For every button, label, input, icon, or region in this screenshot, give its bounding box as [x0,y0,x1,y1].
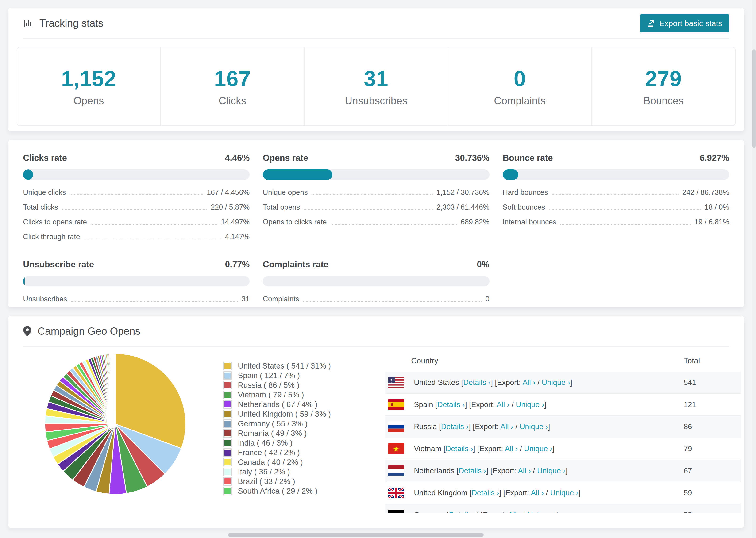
detail-value: 31 [242,295,249,303]
country-cell: United States [Details ›] [Export: All ›… [414,378,684,387]
horizontal-scrollbar-thumb[interactable] [228,533,484,537]
legend-swatch-icon [223,381,232,389]
detail-value: 689.82% [460,218,489,226]
export-unique-link[interactable]: Unique › [550,488,578,497]
geo-legend: United States ( 541 / 31% )Spain ( 121 /… [223,361,331,496]
rate-detail-row: Soft bounces18 / 0% [503,203,729,211]
dotted-leader [549,209,701,210]
rate-value: 4.46% [225,153,249,163]
table-row-de: Germany [Details ›] [Export: All › / Uni… [385,504,741,512]
stat-value: 279 [645,67,682,91]
rate-title: Clicks rate [23,153,67,163]
flag-de-icon [388,510,404,513]
legend-swatch-icon [223,362,232,370]
legend-swatch-icon [223,419,232,428]
legend-item: Vietnam ( 79 / 5% ) [223,390,331,400]
legend-item: United Kingdom ( 59 / 3% ) [223,409,331,419]
details-link[interactable]: Details › [446,444,473,453]
legend-swatch-icon [223,458,232,466]
vertical-scrollbar-thumb[interactable] [752,49,756,148]
detail-label: Click through rate [23,233,80,241]
details-link[interactable]: Details › [459,466,486,475]
dotted-leader [311,194,433,195]
geo-pie-chart [38,347,193,501]
table-row-us: United States [Details ›] [Export: All ›… [385,372,741,394]
detail-label: Opens to clicks rate [263,218,327,226]
legend-swatch-icon [223,410,232,418]
rate-detail-row: Unique clicks167 / 4.456% [23,188,249,197]
detail-value: 0 [485,295,489,303]
export-unique-link[interactable]: Unique › [519,422,548,431]
export-unique-link[interactable]: Unique › [524,444,553,453]
table-row-ru: Russia [Details ›] [Export: All › / Uniq… [385,416,741,438]
detail-label: Internal bounces [503,218,557,226]
rate-title: Unsubscribe rate [23,260,94,269]
legend-item: Italy ( 36 / 2% ) [223,467,331,476]
legend-item: France ( 42 / 2% ) [223,448,331,457]
export-all-link[interactable]: All › [500,422,513,431]
rate-progress-fill [263,170,333,180]
detail-label: Unique opens [263,188,307,197]
dotted-leader [304,209,433,210]
total-column-header: Total [684,356,741,365]
export-all-link[interactable]: All › [522,378,535,387]
rate-progress-track [263,170,489,180]
detail-value: 220 / 5.87% [211,203,249,211]
legend-item: South Africa ( 29 / 2% ) [223,486,331,496]
details-link[interactable]: Details › [449,511,476,512]
details-link[interactable]: Details › [463,378,491,387]
detail-label: Unique clicks [23,188,66,197]
detail-label: Hard bounces [503,188,548,197]
stat-unsubscribes: 31Unsubscribes [304,47,448,125]
dotted-leader [70,194,203,195]
legend-swatch-icon [223,371,232,380]
export-all-link[interactable]: All › [531,488,544,497]
rate-progress-fill [23,276,25,286]
dotted-leader [552,194,678,195]
detail-value: 18 / 0% [705,203,729,211]
dotted-leader [331,224,457,225]
export-all-link[interactable]: All › [508,511,521,512]
flag-us-icon [388,377,404,388]
country-cell: United Kingdom [Details ›] [Export: All … [414,488,684,497]
detail-value: 14.497% [221,218,249,226]
stat-label: Opens [74,95,104,107]
legend-item: United States ( 541 / 31% ) [223,361,331,371]
rate-block-opens-rate: Opens rate30.736%Unique opens1,152 / 30.… [263,153,489,247]
stat-complaints: 0Complaints [448,47,591,125]
country-cell: Germany [Details ›] [Export: All › / Uni… [414,511,684,512]
details-link[interactable]: Details › [437,400,465,409]
rate-progress-track [23,170,249,180]
export-all-link[interactable]: All › [505,444,518,453]
country-cell: Netherlands [Details ›] [Export: All › /… [414,466,684,475]
legend-label: Spain ( 121 / 7% ) [238,371,300,380]
rates-card: Clicks rate4.46%Unique clicks167 / 4.456… [8,140,744,307]
map-pin-icon [23,326,31,337]
export-unique-link[interactable]: Unique › [527,511,556,512]
export-unique-link[interactable]: Unique › [516,400,544,409]
export-basic-stats-button[interactable]: Export basic stats [640,14,729,32]
country-cell: Spain [Details ›] [Export: All › / Uniqu… [414,400,684,409]
rate-details: Unique opens1,152 / 30.736%Total opens2,… [263,188,489,226]
geo-title: Campaign Geo Opens [37,325,140,337]
export-unique-link[interactable]: Unique › [537,466,566,475]
rate-value: 6.927% [700,153,729,163]
geo-table: Country Total United States [Details ›] … [385,350,741,512]
legend-swatch-icon [223,487,232,495]
export-all-link[interactable]: All › [518,466,531,475]
dotted-leader [71,301,238,301]
details-link[interactable]: Details › [441,422,469,431]
legend-swatch-icon [223,400,232,409]
rate-progress-track [23,276,249,286]
stat-label: Bounces [643,95,683,107]
legend-item: Netherlands ( 67 / 4% ) [223,400,331,409]
legend-item: India ( 46 / 3% ) [223,438,331,448]
total-cell: 59 [684,488,741,497]
export-all-link[interactable]: All › [497,400,510,409]
dotted-leader [91,224,217,225]
legend-label: Vietnam ( 79 / 5% ) [238,390,304,399]
export-unique-link[interactable]: Unique › [542,378,570,387]
detail-label: Complaints [263,295,299,303]
details-link[interactable]: Details › [471,488,499,497]
tracking-stats-title: Tracking stats [39,17,103,29]
